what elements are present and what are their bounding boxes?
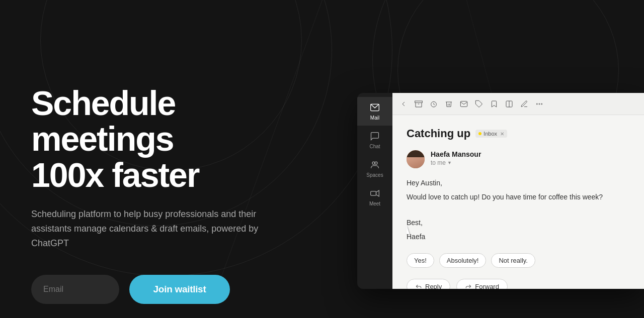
chat-icon — [369, 131, 380, 142]
snooze-icon[interactable] — [429, 99, 439, 109]
svg-point-15 — [541, 103, 542, 104]
svg-rect-5 — [415, 101, 423, 102]
archive-icon[interactable] — [414, 99, 424, 109]
sender-name: Haefa Mansour — [431, 150, 481, 158]
sidebar-item-spaces[interactable]: Spaces — [357, 154, 392, 183]
email-main-panel: Catching up Inbox ✕ Haefa M — [392, 93, 644, 289]
sidebar-label-spaces: Spaces — [366, 172, 383, 178]
svg-rect-3 — [371, 191, 376, 195]
sender-to-arrow: ▼ — [447, 160, 452, 165]
sidebar-item-meet[interactable]: Meet — [357, 183, 392, 211]
reply-button[interactable]: Reply — [407, 279, 450, 289]
reply-suggestions: Yes! Absolutely! Not really. — [407, 253, 630, 268]
sidebar-label-chat: Chat — [369, 144, 380, 149]
email-body: Hey Austin, Would love to catch up! Do y… — [407, 177, 630, 243]
sidebar-item-mail[interactable]: Mail — [357, 97, 392, 126]
sender-info: Haefa Mansour to me ▼ — [431, 150, 481, 166]
email-body-line1: Would love to catch up! Do you have time… — [407, 191, 630, 203]
reply-chip-absolutely[interactable]: Absolutely! — [439, 253, 487, 268]
email-mockup: Mail Chat Spaces Meet — [357, 93, 644, 289]
sidebar-label-mail: Mail — [370, 115, 379, 121]
more-icon[interactable] — [534, 99, 544, 109]
bookmark-icon[interactable] — [489, 99, 499, 109]
mockup-inner: Mail Chat Spaces Meet — [357, 93, 644, 289]
meet-icon — [369, 188, 380, 199]
email-subject: Catching up — [407, 127, 470, 140]
reply-chip-yes[interactable]: Yes! — [407, 253, 434, 268]
svg-line-9 — [434, 104, 435, 104]
reply-chip-notreally[interactable]: Not really. — [491, 253, 535, 268]
inbox-badge-dot — [478, 132, 481, 135]
email-sign-off: Best, — [407, 217, 630, 229]
sidebar-item-chat[interactable]: Chat — [357, 126, 392, 154]
email-sign-name: Haefa — [407, 231, 630, 243]
svg-point-13 — [536, 103, 537, 104]
email-toolbar — [392, 93, 644, 115]
sidebar-label-meet: Meet — [369, 201, 380, 206]
headline: Schedule meetings 100x faster — [31, 85, 313, 193]
hero-section: Schedule meetings 100x faster Scheduling… — [31, 85, 313, 304]
email-sidebar: Mail Chat Spaces Meet — [357, 93, 392, 289]
label-icon[interactable] — [474, 99, 484, 109]
email-content: Catching up Inbox ✕ Haefa M — [392, 115, 644, 289]
delete-icon[interactable] — [444, 99, 454, 109]
inbox-badge-close[interactable]: ✕ — [500, 131, 504, 137]
inbox-badge-label: Inbox — [484, 131, 497, 137]
sender-row: Haefa Mansour to me ▼ — [407, 150, 630, 168]
sender-to[interactable]: to me ▼ — [431, 159, 481, 166]
reply-icon — [415, 283, 422, 289]
avatar-hair — [407, 150, 425, 157]
svg-marker-4 — [376, 190, 379, 196]
cta-row: Join waitlist — [31, 275, 313, 304]
compose-icon[interactable] — [519, 99, 529, 109]
avatar — [407, 150, 425, 168]
email-input[interactable] — [31, 275, 119, 304]
split-icon[interactable] — [504, 99, 514, 109]
inbox-badge: Inbox ✕ — [475, 130, 507, 138]
avatar-face — [407, 150, 425, 168]
mail-icon — [369, 102, 380, 113]
action-buttons: Reply Forward — [407, 279, 630, 289]
svg-point-14 — [539, 103, 540, 104]
svg-point-2 — [375, 162, 377, 164]
join-waitlist-button[interactable]: Join waitlist — [129, 275, 230, 304]
spaces-icon — [369, 159, 380, 170]
forward-button[interactable]: Forward — [456, 279, 508, 289]
forward-icon — [465, 283, 472, 289]
svg-point-1 — [372, 162, 375, 164]
back-icon[interactable] — [398, 99, 409, 109]
email-icon[interactable] — [459, 99, 469, 109]
email-subject-row: Catching up Inbox ✕ — [407, 127, 630, 140]
email-greeting: Hey Austin, — [407, 177, 630, 189]
subheadline: Scheduling platform to help busy profess… — [31, 207, 273, 250]
